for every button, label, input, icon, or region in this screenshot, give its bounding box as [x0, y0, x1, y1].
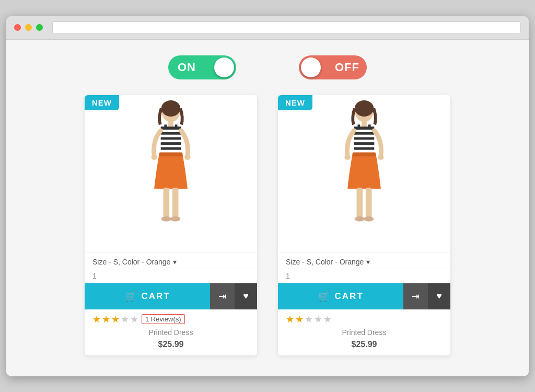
svg-rect-27 — [357, 124, 360, 130]
svg-point-14 — [161, 216, 171, 222]
stars-2: ★ ★ ★ ★ ★ — [286, 314, 332, 325]
svg-rect-29 — [353, 152, 376, 156]
svg-rect-9 — [164, 124, 167, 130]
svg-point-19 — [355, 100, 374, 117]
stars-1: ★ ★ ★ ★ ★ — [92, 314, 138, 325]
svg-rect-22 — [354, 126, 375, 130]
star-1-2: ★ — [102, 314, 110, 325]
product-image-1 — [85, 95, 257, 252]
heart-icon-2: ♥ — [436, 291, 442, 302]
svg-rect-4 — [161, 126, 181, 130]
cart-button-1[interactable]: 🛒 CART — [85, 283, 210, 309]
heart-icon-1: ♥ — [243, 291, 249, 302]
toggle-off[interactable]: OFF — [299, 55, 367, 79]
svg-rect-12 — [164, 188, 170, 218]
svg-rect-3 — [161, 126, 181, 154]
product-image-2 — [278, 95, 450, 252]
product-price-1: $25.99 — [85, 339, 257, 355]
dropdown-arrow-1: ▾ — [173, 258, 177, 266]
svg-point-34 — [344, 155, 351, 160]
svg-rect-7 — [161, 142, 181, 145]
options-label-1: Size - S, Color - Orange — [92, 258, 170, 266]
address-bar[interactable] — [52, 21, 521, 34]
svg-rect-21 — [354, 126, 375, 154]
product-options-1[interactable]: Size - S, Color - Orange ▾ — [85, 252, 257, 269]
svg-point-1 — [161, 100, 181, 117]
product-card-1: NEW — [85, 95, 257, 355]
product-qty-2: 1 — [278, 269, 450, 283]
minimize-dot[interactable] — [25, 24, 32, 31]
compare-icon-1: ⇥ — [218, 291, 226, 302]
toggle-on-label: ON — [178, 61, 196, 74]
cart-icon-2: 🛒 — [318, 291, 331, 302]
svg-rect-11 — [159, 152, 182, 156]
svg-point-35 — [378, 155, 384, 160]
star-2-1: ★ — [286, 314, 294, 325]
toggles-row: ON OFF — [168, 55, 367, 79]
product-reviews-2: ★ ★ ★ ★ ★ — [278, 309, 450, 327]
wishlist-button-2[interactable]: ♥ — [428, 283, 450, 309]
toggle-off-knob — [301, 57, 321, 77]
svg-point-16 — [151, 155, 157, 160]
svg-point-15 — [170, 216, 180, 222]
svg-rect-30 — [357, 188, 363, 218]
product-badge-1: NEW — [85, 95, 119, 110]
svg-rect-6 — [161, 137, 181, 140]
star-1-3: ★ — [111, 314, 120, 325]
star-1-5: ★ — [130, 314, 138, 325]
star-2-2: ★ — [295, 314, 304, 325]
toggle-off-label: OFF — [335, 61, 359, 74]
toggle-on-knob — [214, 57, 234, 77]
product-name-2: Printed Dress — [278, 327, 450, 339]
product-reviews-1: ★ ★ ★ ★ ★ 1 Review(s) — [85, 309, 257, 327]
product-actions-2: 🛒 CART ⇥ ♥ — [278, 283, 450, 309]
svg-rect-31 — [366, 188, 372, 218]
svg-rect-8 — [161, 147, 181, 149]
svg-rect-24 — [354, 137, 375, 140]
svg-point-17 — [184, 155, 191, 160]
cart-icon-1: 🛒 — [125, 291, 137, 302]
product-name-1: Printed Dress — [85, 327, 257, 339]
model-svg-1 — [132, 100, 210, 247]
svg-rect-10 — [175, 124, 178, 130]
svg-rect-13 — [172, 188, 179, 218]
compare-button-2[interactable]: ⇥ — [403, 283, 428, 309]
svg-point-32 — [355, 216, 365, 222]
cart-label-1: CART — [142, 291, 170, 302]
model-svg-2 — [325, 100, 403, 247]
product-price-2: $25.99 — [278, 339, 450, 355]
product-badge-2: NEW — [278, 95, 312, 110]
product-options-2[interactable]: Size - S, Color - Orange ▾ — [278, 252, 450, 269]
review-count-1[interactable]: 1 Review(s) — [142, 314, 185, 324]
options-label-2: Size - S, Color - Orange — [286, 258, 364, 266]
product-card-2: NEW — [278, 95, 450, 355]
cart-button-2[interactable]: 🛒 CART — [278, 283, 403, 309]
svg-rect-28 — [368, 124, 371, 130]
dropdown-arrow-2: ▾ — [366, 258, 370, 266]
browser-content: ON OFF NEW — [6, 40, 529, 376]
star-2-4: ★ — [314, 314, 322, 325]
product-actions-1: 🛒 CART ⇥ ♥ — [85, 283, 257, 309]
svg-rect-25 — [354, 142, 375, 145]
svg-rect-23 — [354, 132, 375, 134]
star-2-5: ★ — [323, 314, 332, 325]
cart-label-2: CART — [335, 291, 364, 302]
product-qty-1: 1 — [85, 269, 257, 283]
compare-icon-2: ⇥ — [412, 291, 420, 302]
svg-rect-26 — [354, 147, 375, 149]
svg-rect-5 — [161, 132, 181, 134]
products-row: NEW — [85, 95, 450, 355]
browser-titlebar — [6, 16, 529, 40]
svg-rect-20 — [362, 120, 367, 126]
svg-point-33 — [364, 216, 374, 222]
star-1-1: ★ — [92, 314, 101, 325]
compare-button-1[interactable]: ⇥ — [210, 283, 235, 309]
close-dot[interactable] — [14, 24, 21, 31]
browser-window: ON OFF NEW — [6, 16, 529, 376]
wishlist-button-1[interactable]: ♥ — [235, 283, 257, 309]
star-2-3: ★ — [305, 314, 313, 325]
toggle-on[interactable]: ON — [168, 55, 236, 79]
maximize-dot[interactable] — [36, 24, 43, 31]
star-1-4: ★ — [121, 314, 129, 325]
svg-rect-2 — [168, 120, 173, 126]
